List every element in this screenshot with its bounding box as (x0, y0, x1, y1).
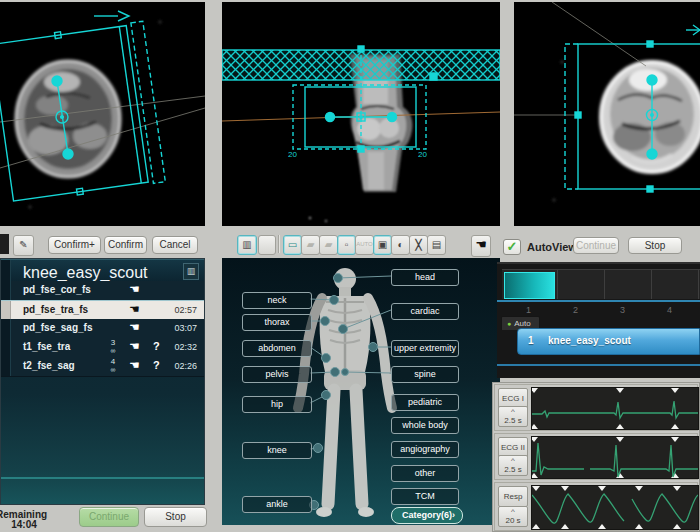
body-region-upper-extremity[interactable]: upper extremity (391, 340, 459, 357)
timeline-track[interactable] (502, 269, 700, 299)
list-glow-line (1, 477, 204, 479)
waveform-display (531, 387, 699, 430)
body-region-abdomen[interactable]: abdomen (242, 340, 312, 357)
confirm-plus-button[interactable]: Confirm+ (48, 236, 101, 254)
timeline-separator (497, 364, 700, 366)
hotspot-neck (330, 296, 339, 305)
waveform-display (531, 485, 699, 530)
check-icon: ✓ (507, 239, 518, 254)
viewport-coronal[interactable]: 20 20 (222, 2, 500, 226)
list-item[interactable]: t1_fse_tra 3∞ ☚ ? 02:32 (1, 338, 204, 358)
toolbar-separator (278, 235, 280, 253)
body-region-cardiac[interactable]: cardiac (391, 303, 459, 320)
protocol-header-row[interactable]: knee_easy_scout ▥ (1, 259, 204, 283)
continue-button[interactable]: Continue (79, 507, 139, 527)
queue-index: 1 (528, 335, 534, 346)
square-tool-button[interactable]: ▫ (337, 235, 356, 255)
body-region-thorax[interactable]: thorax (242, 314, 312, 331)
tick-label: 3 (620, 305, 625, 315)
body-region-neck[interactable]: neck (242, 292, 312, 309)
protocol-name: knee_easy_scout (23, 264, 148, 282)
grid-line (557, 270, 558, 299)
category-button[interactable]: Category(6) › (391, 507, 463, 524)
scan-plane-overlay-middle[interactable]: 20 20 (222, 2, 500, 226)
stop-button[interactable]: Stop (144, 507, 207, 527)
slice-plus-icon: ▰ (307, 239, 315, 250)
remaining-time: 14:04 (2, 519, 46, 530)
auto-tool-button[interactable]: AUTO (355, 235, 374, 255)
auto-label: AUTO (356, 241, 373, 247)
waveform-display (531, 436, 699, 479)
hotspot-pelvis (331, 368, 340, 377)
body-region-knee[interactable]: knee (242, 442, 312, 459)
hotspot-abdomen (322, 354, 331, 363)
protocol-stack-icon[interactable]: ▥ (183, 263, 199, 280)
scan-duration: 03:07 (174, 323, 197, 333)
arrow-icon (118, 11, 129, 21)
body-region-pelvis[interactable]: pelvis (242, 366, 312, 383)
scan-plane-overlay-left[interactable] (0, 2, 205, 226)
list-item[interactable]: pd_fse_cor_fs ☚ (1, 281, 204, 301)
body-region-head[interactable]: head (391, 269, 459, 286)
queue-item-knee-easy-scout[interactable]: 1 knee_easy_scout (517, 328, 700, 355)
contrast-button[interactable]: ◐ (391, 235, 410, 255)
timeline-baseline (497, 300, 700, 302)
tools-button[interactable]: ╳ (409, 235, 428, 255)
layout-tool-button[interactable]: ▥ (237, 235, 257, 255)
copy-button[interactable]: ▤ (427, 235, 446, 255)
question-badge: ? (153, 359, 160, 371)
body-region-tcm[interactable]: TCM (391, 488, 459, 505)
tick-label: 1 (526, 305, 531, 315)
body-region-hip[interactable]: hip (242, 396, 312, 413)
add-slice-group-button[interactable]: ▰ (301, 235, 320, 255)
confirm-button[interactable]: Confirm (104, 236, 147, 254)
body-region-pediatric[interactable]: pediatric (391, 394, 459, 411)
autoview-continue-button[interactable]: Continue (573, 237, 619, 254)
hotspot-head (334, 274, 343, 283)
hand-icon: ☚ (129, 339, 140, 353)
blank-tool-button[interactable] (258, 235, 276, 255)
row-edge (1, 357, 11, 376)
physio-waveform-panel: ECG I ^ 2.5 s ECG II ^ 2.5 s (492, 382, 700, 532)
list-item[interactable]: t2_fse_sag 4∞ ☚ ? 02:26 (1, 357, 204, 377)
grid-line (698, 270, 699, 299)
body-region-angiography[interactable]: angiography (391, 441, 459, 458)
caret-up-icon: ^ (499, 508, 527, 516)
body-region-ankle[interactable]: ankle (242, 496, 312, 513)
body-region-spine[interactable]: spine (391, 366, 459, 383)
scale-value: 2.5 s (499, 465, 527, 474)
list-item-selected[interactable]: pd_fse_tra_fs ☚ 02:57 (1, 300, 204, 321)
hand-tool-button[interactable]: ☚ (471, 235, 491, 257)
hand-icon: ☚ (475, 237, 487, 252)
waveform-scale-button[interactable]: ^ 2.5 s (498, 406, 528, 427)
fov-rect-icon: ▭ (288, 239, 297, 250)
caret-up-icon: ^ (499, 457, 527, 465)
viewport-axial-right[interactable] (514, 2, 700, 226)
hotspot-thorax (321, 317, 330, 326)
list-icon: ▥ (187, 266, 196, 276)
list-item[interactable]: pd_fse_sag_fs ☚ 03:07 (1, 319, 204, 339)
waveform-strip-ecg2: ECG II ^ 2.5 s (494, 433, 698, 480)
category-label: Category(6) (402, 510, 452, 520)
viewport-axial-left[interactable] (0, 2, 205, 226)
zoom-reset-button[interactable]: ▣ (373, 235, 392, 255)
hotspot-upper-extremity (369, 343, 378, 352)
timeline-progress-fill (504, 272, 555, 299)
body-region-other[interactable]: other (391, 465, 459, 482)
body-region-whole-body[interactable]: whole body (391, 417, 459, 434)
page-layout-icon: ▥ (242, 239, 251, 250)
scale-value: 2.5 s (499, 416, 527, 425)
fov-size-label-left: 20 (288, 150, 297, 159)
contrast-icon: ◐ (397, 239, 403, 250)
protocol-list-panel: knee_easy_scout ▥ pd_fse_cor_fs ☚ pd_fse… (0, 258, 205, 505)
autoview-stop-button[interactable]: Stop (628, 237, 682, 254)
edge-tool-button[interactable] (0, 234, 9, 254)
waveform-scale-button[interactable]: ^ 2.5 s (498, 455, 528, 476)
pencil-tool-button[interactable]: ✎ (13, 235, 34, 256)
add-sat-band-button[interactable]: ▰ (319, 235, 338, 255)
fov-tool-button[interactable]: ▭ (283, 235, 302, 255)
cancel-button[interactable]: Cancel (152, 236, 198, 254)
autoview-checkbox[interactable]: ✓ (503, 239, 521, 255)
scan-plane-overlay-right[interactable] (514, 2, 700, 226)
waveform-scale-button[interactable]: ^ 20 s (498, 506, 528, 527)
